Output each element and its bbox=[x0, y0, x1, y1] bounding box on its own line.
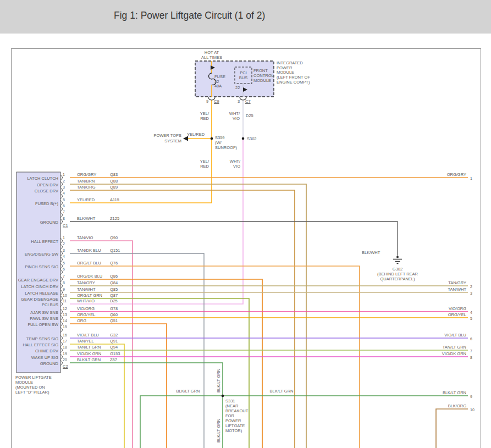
circuit-label: Q94 bbox=[110, 345, 118, 350]
wire-color-label: ORG/LT GRN bbox=[77, 293, 102, 298]
pin-number: 5 bbox=[63, 197, 65, 202]
edge-wire-label: TAN/GRY bbox=[407, 280, 466, 285]
pin-9-label: 9 bbox=[206, 99, 208, 104]
front-control-module-label: FRONT CONTROL MODULE bbox=[253, 68, 274, 83]
module-pin-label: GROUND bbox=[16, 220, 58, 225]
edge-pin-number: 3 bbox=[470, 291, 472, 296]
wire-color-label: ORG/LT BLU bbox=[77, 261, 101, 266]
pin-number: 3 bbox=[63, 248, 65, 253]
pin-number: 9 bbox=[63, 287, 65, 292]
pin-number: 5 bbox=[63, 261, 65, 266]
circuit-label: Q87 bbox=[110, 293, 118, 298]
wire-color-label: ORG/YEL bbox=[77, 312, 95, 317]
circuit-label: Q90 bbox=[110, 235, 118, 240]
yel-red-label-1: YEL/ RED bbox=[197, 111, 209, 121]
circuit-label: Z125 bbox=[110, 216, 119, 221]
edge-pin-number: 2 bbox=[470, 284, 472, 289]
module-pin-label: GROUND bbox=[16, 361, 58, 366]
module-pin-label: PAWL SW SNS bbox=[16, 316, 58, 321]
wire-color-label: ORG/DK BLU bbox=[77, 274, 102, 279]
wire-color-label: ORG/GRY bbox=[77, 172, 96, 177]
edge-wire-label: VIO/ORG bbox=[407, 306, 466, 311]
circuit-label: Q83 bbox=[110, 172, 118, 177]
circuit-label: G32 bbox=[110, 333, 118, 338]
splice-s331-dot bbox=[222, 395, 224, 397]
edge-pin-number: 5 bbox=[470, 316, 472, 321]
splice-s302-label: S302 bbox=[247, 136, 257, 141]
pin-number: 10 bbox=[63, 293, 67, 298]
circuit-label: Q84 bbox=[110, 280, 118, 285]
edge-pin-number: 4 bbox=[470, 310, 472, 315]
wire-color-label: BLK/WHT bbox=[77, 216, 95, 221]
pin-number: 20 bbox=[63, 357, 67, 362]
integrated-power-module-label: INTEGRATED POWER MODULE (LEFT FRONT OF E… bbox=[277, 61, 310, 85]
yel-red-label-2: YEL/ RED bbox=[198, 159, 209, 169]
wire-color-label: TAN/GRY bbox=[77, 280, 95, 285]
pin-3-label: 3 bbox=[238, 99, 240, 104]
pin-number: 7 bbox=[63, 274, 65, 279]
pin-number: 13 bbox=[63, 312, 67, 317]
module-pin-label: FULL OPEN SW bbox=[16, 322, 58, 327]
module-pin-label: ENG/DISENG SW bbox=[16, 252, 58, 257]
edge-wire-label: ORG/GRY bbox=[407, 172, 466, 177]
module-pin-label: CHIME DRV bbox=[16, 349, 58, 353]
edge-wire-label: ORG/YEL bbox=[407, 312, 466, 317]
circuit-label: Q91 bbox=[110, 339, 118, 344]
wire-color-label: VIO/LT BLU bbox=[77, 333, 99, 338]
circuit-label: D25 bbox=[110, 298, 118, 303]
circuit-label: Q89 bbox=[110, 185, 118, 190]
wire-color-label: ORG bbox=[77, 318, 86, 323]
power-liftgate-module-caption: POWER LIFTGATE MODULE (MOUNTED ON LEFT "… bbox=[15, 375, 52, 395]
pin-22-label: 22 bbox=[235, 85, 240, 90]
module-pin-label: FUSED B(+) bbox=[16, 201, 58, 206]
pin-number: 6 bbox=[63, 203, 65, 208]
pin-number: 17 bbox=[63, 339, 67, 344]
connector-c7-label: C7 bbox=[245, 99, 251, 104]
pin-number: 2 bbox=[63, 241, 65, 246]
module-pin-label: HALL EFFECT SIG bbox=[16, 342, 58, 347]
pin-number: 4 bbox=[63, 254, 65, 259]
pin-number: 8 bbox=[63, 280, 65, 285]
wire-color-label: TAN/ORG bbox=[77, 185, 96, 190]
edge-wire-label: VIO/LT BLU bbox=[407, 333, 466, 338]
wire-color-label: VIO/DK GRN bbox=[77, 351, 101, 356]
connector-c2-label: C2 bbox=[63, 364, 68, 369]
module-pin-label: GEAR DISENGAGE bbox=[16, 297, 58, 302]
pin-number: 11 bbox=[63, 298, 67, 303]
pin-number: 7 bbox=[63, 209, 65, 214]
wire-color-label: TAN/WHT bbox=[77, 287, 96, 292]
splice-s359-dot bbox=[211, 137, 213, 140]
edge-pin-number: 6 bbox=[470, 336, 472, 341]
hot-at-all-times-label: HOT AT ALL TIMES bbox=[190, 50, 234, 60]
circuit-label: Q85 bbox=[110, 287, 118, 292]
module-pin-label: PINCH SENS SIG bbox=[16, 264, 58, 269]
blk-wht-ground-wire-label: BLK/WHT bbox=[362, 250, 380, 255]
blk-lt-grn-vertical-label-upper: BLK/LT GRN bbox=[216, 369, 221, 392]
connector-c9-label: C9 bbox=[214, 99, 219, 104]
module-pin-label: WAKE UP SIG bbox=[16, 355, 58, 360]
splice-s331-label: S331 (NEAR BREAKOUT FOR POWER LIFTGATE M… bbox=[225, 399, 248, 433]
pin-number: 18 bbox=[63, 345, 67, 350]
edge-pin-number: 7 bbox=[470, 349, 472, 353]
module-pin-label: HALL EFFECT bbox=[16, 239, 58, 244]
circuit-label: Q86 bbox=[110, 274, 118, 279]
wire-color-label: TAN/BRN bbox=[77, 179, 95, 184]
pin-number: 15 bbox=[63, 324, 67, 329]
wire-color-label: BLK/LT GRN bbox=[77, 357, 101, 362]
edge-pin-number: 10 bbox=[470, 407, 475, 412]
wire-color-label: YEL/RED bbox=[77, 197, 95, 202]
splice-s359-label: S359 (W/ SUNROOF) bbox=[215, 135, 237, 150]
blk-lt-grn-vertical-label-lower: BLK/LT GRN bbox=[216, 419, 221, 443]
pin-number: 3 bbox=[63, 185, 65, 190]
edge-wire-label: BLK/LT GRN bbox=[407, 390, 466, 395]
blk-lt-grn-run-label-2: BLK/LT GRN bbox=[262, 389, 301, 394]
circuit-label: G153 bbox=[110, 351, 120, 356]
circuit-label: Q151 bbox=[110, 248, 120, 253]
wht-vio-label-2: WHT/ VIO bbox=[229, 159, 240, 169]
edge-wire-label: TAN/WHT bbox=[407, 287, 466, 292]
circuit-label: A115 bbox=[110, 197, 119, 202]
module-pin-label: LATCH RELEASE bbox=[16, 291, 58, 296]
edge-pin-number: 1 bbox=[470, 176, 472, 181]
wire-color-label: TAN/DK BLU bbox=[77, 248, 101, 253]
circuit-label: G78 bbox=[110, 306, 118, 311]
